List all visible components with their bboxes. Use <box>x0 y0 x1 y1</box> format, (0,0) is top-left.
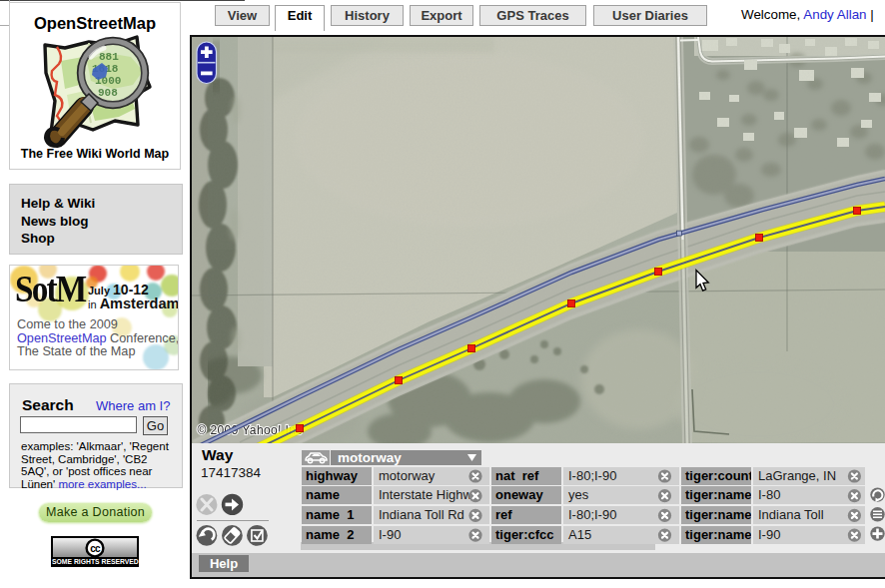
svg-text:cc: cc <box>90 543 101 554</box>
svg-text:908: 908 <box>98 87 118 99</box>
svg-text:881: 881 <box>99 51 119 63</box>
